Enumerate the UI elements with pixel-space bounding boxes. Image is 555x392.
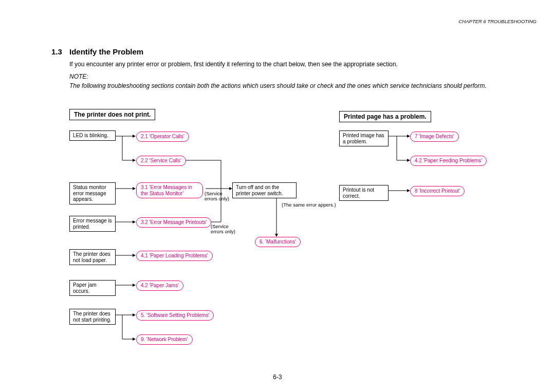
act-toggle-power: Turn off and on the printer power switch… (232, 182, 297, 198)
svg-marker-7 (133, 338, 136, 341)
act-paper-loading-problems: 4.1 'Paper Loading Problems' (136, 251, 213, 261)
svg-marker-1 (133, 159, 136, 162)
sym-nostart: The printer does not start printing. (69, 309, 116, 325)
act-error-messages-monitor: 3.1 'Error Messages in the Status Monito… (136, 182, 203, 198)
svg-marker-3 (133, 220, 136, 223)
sym-jam: Paper jam occurs. (69, 280, 116, 296)
act-malfunctions: 6. 'Malfunctions' (255, 237, 301, 247)
act-paper-jams: 4.2 'Paper Jams' (136, 281, 183, 291)
sym-incorrect: Printout is not correct. (339, 185, 388, 201)
act-image-defects: 7 'Image Defects' (410, 132, 459, 142)
note-body: The following troubleshooting sections c… (69, 82, 536, 90)
sym-noload: The printer does not load paper. (69, 249, 116, 265)
right-header: Printed page has a problem. (339, 111, 431, 122)
chapter-header: CHAPTER 6 TROUBLESHOOTING (459, 18, 537, 24)
act-network-problem: 9. 'Network Problem' (136, 334, 193, 345)
act-error-message-printouts: 3.2 'Error Message Printouts' (136, 217, 211, 228)
section-title: Identify the Problem (69, 47, 143, 56)
note-service-errors-2: (Service errors only) (211, 224, 239, 235)
intro-text: If you encounter any printer error or pr… (69, 61, 532, 68)
act-incorrect-printout: 8 'Incorrect Printout' (410, 186, 465, 196)
sym-errmsg: Error message is printed. (69, 216, 116, 232)
svg-marker-6 (133, 313, 136, 316)
page-number: 6-3 (0, 374, 555, 381)
svg-marker-5 (133, 284, 136, 287)
act-service-calls: 2.2 'Service Calls' (136, 156, 186, 166)
note-label: NOTE: (69, 73, 88, 80)
act-operator-calls: 2.1 'Operator Calls' (136, 132, 189, 142)
note-same-error: (The same error appers.) (282, 202, 336, 208)
svg-marker-2 (133, 187, 136, 190)
sym-led: LED is blinking. (69, 130, 116, 141)
sym-status: Status monitor error message appears. (69, 182, 116, 204)
svg-marker-4 (133, 254, 136, 257)
sym-printed-image: Printed image has a problem. (339, 130, 388, 146)
note-service-errors-1: (Service errors only) (205, 191, 233, 202)
section-number: 1.3 (51, 47, 62, 56)
svg-marker-0 (133, 135, 136, 138)
act-software-setting-problems: 5. 'Software Setting Problems' (136, 310, 214, 321)
left-header: The printer does not print. (69, 109, 155, 120)
act-paper-feeding-problems: 4.2 'Paper Feeding Problems' (410, 156, 487, 166)
